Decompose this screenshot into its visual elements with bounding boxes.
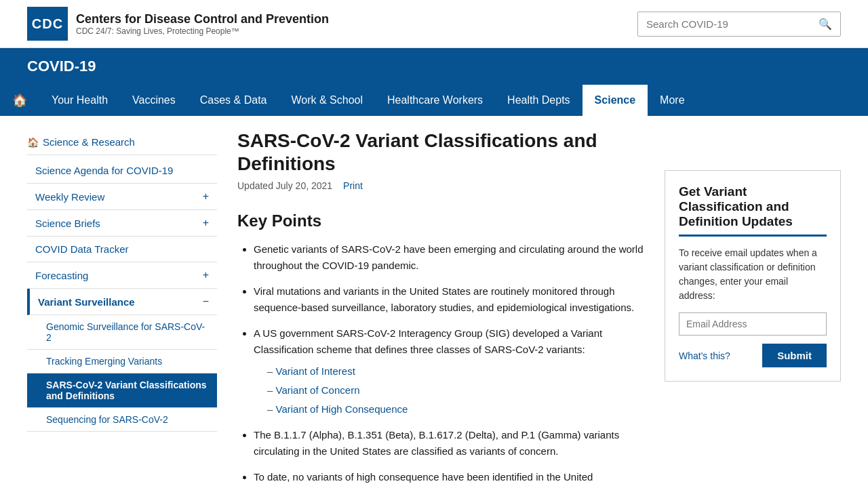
nav-healthcare-workers[interactable]: Healthcare Workers xyxy=(375,85,495,116)
email-input[interactable] xyxy=(679,312,827,336)
nav-work-school[interactable]: Work & School xyxy=(279,85,375,116)
body-main: SARS-CoV-2 Variant Classifications and D… xyxy=(237,129,644,488)
site-header: CDC Centers for Disease Control and Prev… xyxy=(0,0,868,48)
sidebar-sub-item-tracking-emerging[interactable]: Tracking Emerging Variants xyxy=(27,350,217,373)
org-name: Centers for Disease Control and Preventi… xyxy=(76,12,329,26)
sidebar-item-science-briefs[interactable]: Science Briefs + xyxy=(27,210,217,237)
sidebar-item-weekly-review[interactable]: Weekly Review + xyxy=(27,184,217,210)
variant-of-concern-link[interactable]: Variant of Concern xyxy=(276,384,360,396)
key-point-5: To date, no variants of high consequence… xyxy=(254,469,644,485)
sidebar-item-forecasting[interactable]: Forecasting + xyxy=(27,262,217,289)
content-wrapper: 🏠 Science & Research Science Agenda for … xyxy=(0,116,868,488)
key-points-list: Genetic variants of SARS-CoV-2 have been… xyxy=(237,241,644,485)
forecasting-expand-icon: + xyxy=(203,269,209,281)
page-title: SARS-CoV-2 Variant Classifications and D… xyxy=(237,129,644,175)
variant-sub-item-3: Variant of High Consequence xyxy=(267,401,644,418)
key-point-1: Genetic variants of SARS-CoV-2 have been… xyxy=(254,241,644,274)
cdc-logo: CDC xyxy=(27,7,68,41)
search-button[interactable]: 🔍 xyxy=(810,12,840,36)
org-tagline: CDC 24/7: Saving Lives, Protecting Peopl… xyxy=(76,26,329,36)
updated-date: Updated July 20, 2021 xyxy=(237,180,332,191)
search-area: 🔍 xyxy=(637,12,841,37)
sidebar-item-covid-tracker[interactable]: COVID Data Tracker xyxy=(27,237,217,262)
nav-cases-data[interactable]: Cases & Data xyxy=(188,85,279,116)
sidebar-top-label: Science & Research xyxy=(43,136,135,148)
left-sidebar: 🏠 Science & Research Science Agenda for … xyxy=(27,129,217,488)
sidebar-item-science-agenda[interactable]: Science Agenda for COVID-19 xyxy=(27,158,217,184)
science-briefs-expand-icon: + xyxy=(203,217,209,229)
update-box-footer: What's this? Submit xyxy=(679,344,827,367)
key-point-4: The B.1.1.7 (Alpha), B.1.351 (Beta), B.1… xyxy=(254,427,644,460)
sidebar-sub-item-genomic-surveillance[interactable]: Genomic Surveillance for SARS-CoV-2 xyxy=(27,315,217,350)
nav-vaccines[interactable]: Vaccines xyxy=(120,85,188,116)
submit-button[interactable]: Submit xyxy=(762,344,827,367)
update-box-title: Get Variant Classification and Definitio… xyxy=(679,184,827,237)
nav-health-depts[interactable]: Health Depts xyxy=(495,85,583,116)
cdc-logo-area: CDC Centers for Disease Control and Prev… xyxy=(27,7,329,41)
sidebar-home-icon: 🏠 xyxy=(27,137,39,148)
variant-of-high-consequence-link[interactable]: Variant of High Consequence xyxy=(276,403,408,415)
right-panel: Get Variant Classification and Definitio… xyxy=(665,129,841,488)
nav-more[interactable]: More xyxy=(648,85,696,116)
nav-your-health[interactable]: Your Health xyxy=(39,85,120,116)
body-layout: SARS-CoV-2 Variant Classifications and D… xyxy=(237,129,841,488)
whats-this-link[interactable]: What's this? xyxy=(679,350,730,361)
sidebar-item-variant-surveillance[interactable]: Variant Surveillance − xyxy=(27,289,217,315)
search-input[interactable] xyxy=(638,13,810,35)
sidebar-sub-item-variant-classifications[interactable]: SARS-CoV-2 Variant Classifications and D… xyxy=(27,373,217,408)
variant-sub-item-2: Variant of Concern xyxy=(267,382,644,399)
covid-banner: COVID-19 xyxy=(0,48,868,85)
variant-sub-list: Variant of Interest Variant of Concern V… xyxy=(254,363,644,418)
sidebar-top-link[interactable]: 🏠 Science & Research xyxy=(27,129,217,155)
update-box-desc: To receive email updates when a variant … xyxy=(679,246,827,303)
key-point-3: A US government SARS-CoV-2 Interagency G… xyxy=(254,325,644,418)
nav-home[interactable]: 🏠 xyxy=(0,85,39,116)
key-point-2: Viral mutations and variants in the Unit… xyxy=(254,283,644,316)
variant-sub-item-1: Variant of Interest xyxy=(267,363,644,380)
weekly-review-expand-icon: + xyxy=(203,190,209,203)
print-link[interactable]: Print xyxy=(343,180,363,191)
nav-science[interactable]: Science xyxy=(583,85,648,116)
home-icon: 🏠 xyxy=(12,93,27,108)
key-points-heading: Key Points xyxy=(237,211,644,230)
update-box: Get Variant Classification and Definitio… xyxy=(665,170,841,382)
variant-of-interest-link[interactable]: Variant of Interest xyxy=(276,365,355,377)
covid-banner-title: COVID-19 xyxy=(27,58,96,75)
main-nav: 🏠 Your Health Vaccines Cases & Data Work… xyxy=(0,85,868,116)
page-meta: Updated July 20, 2021 Print xyxy=(237,180,644,191)
variant-surveillance-collapse-icon: − xyxy=(203,296,209,308)
cdc-logo-text: Centers for Disease Control and Preventi… xyxy=(76,12,329,36)
sidebar-sub-item-sequencing[interactable]: Sequencing for SARS-CoV-2 xyxy=(27,408,217,432)
